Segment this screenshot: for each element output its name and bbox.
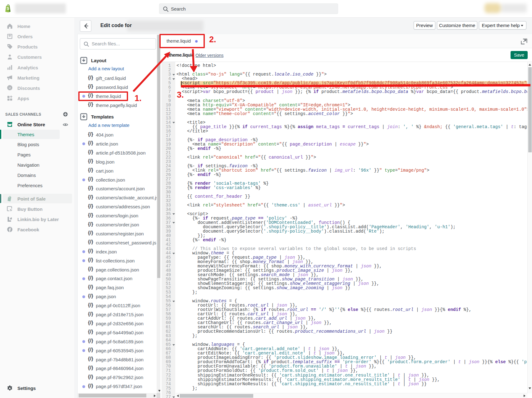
svg-text:S: S	[7, 6, 10, 11]
